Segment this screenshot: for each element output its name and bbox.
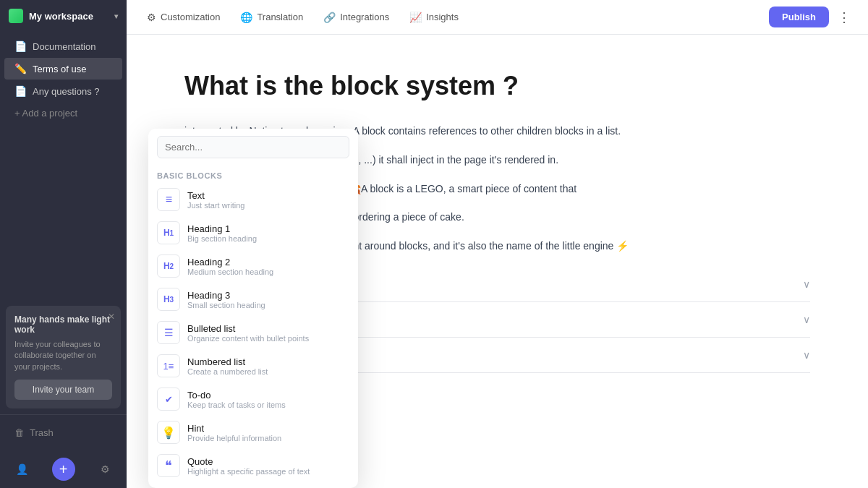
quote-icon: ❝	[157, 454, 180, 477]
invite-description: Invite your colleagues to collaborate to…	[14, 339, 112, 372]
nav-insights[interactable]: 📈 Insights	[401, 7, 467, 27]
trash-item[interactable]: 🗑 Trash	[4, 422, 122, 443]
insights-icon: 📈	[409, 12, 422, 23]
numbered-list-desc: Create a numbered list	[187, 367, 268, 376]
h3-block-icon: H3	[157, 288, 180, 311]
nav-integrations-label: Integrations	[340, 12, 389, 22]
plus-icon: +	[59, 461, 68, 478]
add-project-button[interactable]: + Add a project	[4, 103, 122, 124]
page-title: What is the block system ?	[184, 71, 810, 101]
more-options-button[interactable]: ⋮	[832, 5, 856, 30]
accordion-chevron-3: ∨	[803, 349, 810, 361]
sidebar-item-label: Documentation	[33, 41, 95, 52]
h1-block-desc: Big section heading	[187, 234, 257, 243]
customization-icon: ⚙	[147, 12, 156, 23]
trash-label: Trash	[30, 427, 54, 438]
doc-icon: 📄	[14, 40, 27, 52]
accordion-chevron-2: ∨	[803, 314, 810, 325]
text-block-desc: Just start writing	[187, 201, 244, 210]
gear-icon: ⚙	[101, 463, 110, 475]
close-invite-button[interactable]: ✕	[108, 312, 115, 322]
sidebar-item-label: Terms of use	[33, 64, 86, 74]
nav-translation[interactable]: 🌐 Translation	[231, 7, 312, 27]
person-icon: 👤	[16, 463, 28, 475]
bulleted-list-desc: Organize content with bullet points	[187, 334, 309, 343]
todo-icon: ✔	[157, 388, 180, 411]
workspace-icon	[9, 9, 23, 23]
add-project-label: + Add a project	[14, 108, 77, 119]
sidebar-item-documentation[interactable]: 📄 Documentation	[4, 35, 122, 57]
sidebar-actions: 👤 + ⚙	[0, 450, 127, 488]
sidebar: My workspace ▾ 📄 Documentation ✏️ Terms …	[0, 0, 127, 488]
dropdown-section-title: BASIC BLOCKS	[148, 166, 358, 183]
sidebar-item-any-questions[interactable]: 📄 Any questions ?	[4, 80, 122, 102]
nav-insights-label: Insights	[426, 12, 459, 22]
bulleted-list-name: Bulleted list	[187, 323, 309, 334]
invite-team-button[interactable]: Invite your team	[14, 380, 112, 400]
workspace-chevron-icon: ▾	[114, 12, 118, 20]
publish-button[interactable]: Publish	[769, 7, 829, 27]
block-type-text[interactable]: ≡ Text Just start writing	[148, 183, 358, 216]
main-area: ⚙ Customization 🌐 Translation 🔗 Integrat…	[127, 0, 868, 488]
hint-desc: Provide helpful information	[187, 434, 281, 442]
h3-block-name: Heading 3	[187, 290, 265, 301]
nav-integrations[interactable]: 🔗 Integrations	[315, 7, 398, 27]
translation-icon: 🌐	[240, 12, 252, 23]
top-navigation: ⚙ Customization 🌐 Translation 🔗 Integrat…	[127, 0, 868, 35]
hint-name: Hint	[187, 423, 281, 434]
hint-icon: 💡	[157, 421, 180, 444]
nav-customization-label: Customization	[161, 12, 220, 22]
content-area: What is the block system ? interpreted b…	[127, 35, 868, 488]
add-member-button[interactable]: 👤	[10, 458, 33, 481]
block-type-dropdown: BASIC BLOCKS ≡ Text Just start writing H…	[148, 129, 358, 488]
dropdown-search-input[interactable]	[157, 136, 349, 158]
h2-block-name: Heading 2	[187, 257, 273, 267]
sidebar-item-terms-of-use[interactable]: ✏️ Terms of use	[4, 58, 122, 80]
create-new-button[interactable]: +	[52, 458, 75, 481]
dropdown-search-container	[148, 129, 358, 166]
trash-icon: 🗑	[14, 427, 24, 438]
more-icon: ⋮	[838, 10, 851, 25]
accordion-chevron-1: ∨	[803, 278, 810, 290]
h1-block-name: Heading 1	[187, 223, 257, 234]
bulleted-list-icon: ☰	[157, 321, 180, 344]
block-type-numbered-list[interactable]: 1≡ Numbered list Create a numbered list	[148, 349, 358, 382]
quote-desc: Highlight a specific passage of text	[187, 467, 310, 476]
todo-name: To-do	[187, 390, 286, 401]
nav-customization[interactable]: ⚙ Customization	[138, 7, 229, 27]
h2-block-icon: H2	[157, 254, 180, 278]
sidebar-item-label: Any questions ?	[33, 86, 100, 97]
block-type-heading2[interactable]: H2 Heading 2 Medium section heading	[148, 249, 358, 283]
quote-name: Quote	[187, 456, 310, 467]
block-type-todo[interactable]: ✔ To-do Keep track of tasks or items	[148, 382, 358, 416]
block-type-heading3[interactable]: H3 Heading 3 Small section heading	[148, 283, 358, 316]
settings-button[interactable]: ⚙	[93, 458, 116, 481]
workspace-label: My workspace	[29, 11, 109, 22]
integrations-icon: 🔗	[323, 12, 336, 23]
invite-card: Many hands make light work ✕ Invite your…	[6, 306, 121, 408]
numbered-list-name: Numbered list	[187, 356, 268, 367]
sidebar-nav: 📄 Documentation ✏️ Terms of use 📄 Any qu…	[0, 32, 127, 300]
questions-icon: 📄	[14, 85, 27, 97]
block-type-quote[interactable]: ❝ Quote Highlight a specific passage of …	[148, 449, 358, 482]
block-type-heading1[interactable]: H1 Heading 1 Big section heading	[148, 216, 358, 249]
text-block-name: Text	[187, 190, 244, 201]
invite-title: Many hands make light work	[14, 314, 112, 335]
sidebar-bottom: 🗑 Trash	[0, 414, 127, 450]
numbered-list-icon: 1≡	[157, 354, 180, 377]
block-type-hint[interactable]: 💡 Hint Provide helpful information	[148, 416, 358, 449]
h3-block-desc: Small section heading	[187, 301, 265, 309]
nav-translation-label: Translation	[257, 12, 303, 22]
h2-block-desc: Medium section heading	[187, 267, 273, 276]
terms-icon: ✏️	[14, 63, 27, 74]
h1-block-icon: H1	[157, 221, 180, 244]
todo-desc: Keep track of tasks or items	[187, 401, 286, 409]
workspace-selector[interactable]: My workspace ▾	[0, 0, 127, 32]
block-type-bulleted-list[interactable]: ☰ Bulleted list Organize content with bu…	[148, 316, 358, 349]
text-block-icon: ≡	[157, 188, 180, 211]
